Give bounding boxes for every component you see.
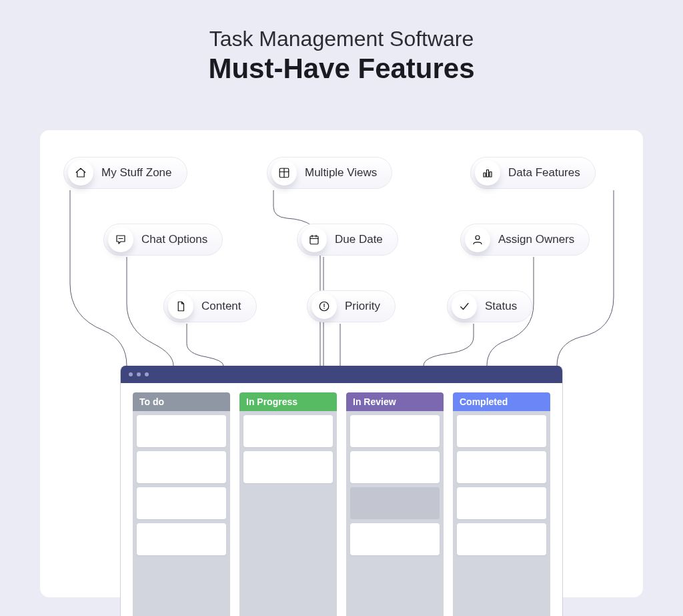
pill-label: Data Features bbox=[508, 166, 580, 180]
svg-point-2 bbox=[476, 236, 480, 240]
svg-rect-1 bbox=[310, 236, 318, 244]
column-body bbox=[453, 411, 550, 559]
column-header: In Review bbox=[346, 392, 444, 411]
chart-icon bbox=[475, 160, 500, 186]
kanban-card bbox=[457, 523, 546, 555]
kanban-column: Completed bbox=[453, 392, 550, 616]
kanban-column: In Progress bbox=[239, 392, 337, 616]
pill-label: Multiple Views bbox=[305, 166, 377, 180]
kanban-column: To do bbox=[133, 392, 230, 616]
column-body bbox=[133, 411, 230, 559]
pill-priority: Priority bbox=[307, 290, 396, 322]
title-line-1: Task Management Software bbox=[0, 27, 683, 51]
home-icon bbox=[68, 160, 93, 186]
column-header: Completed bbox=[453, 392, 550, 411]
grid-icon bbox=[271, 160, 297, 186]
pill-label: My Stuff Zone bbox=[101, 166, 172, 180]
kanban-board: To doIn ProgressIn ReviewCompleted bbox=[121, 383, 562, 616]
kanban-card bbox=[457, 487, 546, 519]
kanban-card bbox=[243, 451, 333, 483]
window-dot bbox=[129, 372, 133, 376]
column-body bbox=[346, 411, 444, 559]
user-icon bbox=[465, 227, 490, 252]
window-dot bbox=[137, 372, 141, 376]
pill-label: Due Date bbox=[335, 233, 383, 246]
calendar-icon bbox=[301, 227, 327, 252]
pill-data-features: Data Features bbox=[470, 157, 596, 189]
main-panel: My Stuff Zone Multiple Views Data Featur… bbox=[40, 130, 643, 597]
kanban-card bbox=[137, 415, 226, 447]
column-body bbox=[239, 411, 337, 487]
pill-label: Priority bbox=[345, 300, 380, 313]
pill-label: Content bbox=[201, 300, 241, 313]
kanban-card bbox=[350, 523, 440, 555]
kanban-card bbox=[137, 523, 226, 555]
pill-my-stuff-zone: My Stuff Zone bbox=[63, 157, 187, 189]
pill-content: Content bbox=[163, 290, 257, 322]
kanban-card bbox=[350, 487, 440, 519]
kanban-card bbox=[457, 415, 546, 447]
kanban-card bbox=[350, 451, 440, 483]
pill-label: Chat Options bbox=[141, 233, 207, 246]
browser-window: To doIn ProgressIn ReviewCompleted bbox=[120, 366, 563, 616]
browser-titlebar bbox=[121, 366, 562, 383]
check-icon bbox=[452, 294, 477, 319]
pill-due-date: Due Date bbox=[297, 224, 398, 256]
chat-icon bbox=[108, 227, 133, 252]
kanban-card bbox=[137, 451, 226, 483]
title-line-2: Must-Have Features bbox=[0, 53, 683, 85]
pill-assign-owners: Assign Owners bbox=[460, 224, 590, 256]
page-title: Task Management Software Must-Have Featu… bbox=[0, 0, 683, 85]
kanban-card bbox=[457, 451, 546, 483]
pill-status: Status bbox=[447, 290, 532, 322]
kanban-card bbox=[137, 487, 226, 519]
kanban-card bbox=[243, 415, 333, 447]
kanban-column: In Review bbox=[346, 392, 444, 616]
pill-multiple-views: Multiple Views bbox=[267, 157, 392, 189]
column-header: To do bbox=[133, 392, 230, 411]
kanban-card bbox=[350, 415, 440, 447]
column-header: In Progress bbox=[239, 392, 337, 411]
pill-chat-options: Chat Options bbox=[103, 224, 223, 256]
window-dot bbox=[145, 372, 149, 376]
document-icon bbox=[168, 294, 193, 319]
alert-icon bbox=[311, 294, 337, 319]
pill-label: Assign Owners bbox=[498, 233, 574, 246]
pill-label: Status bbox=[485, 300, 517, 313]
